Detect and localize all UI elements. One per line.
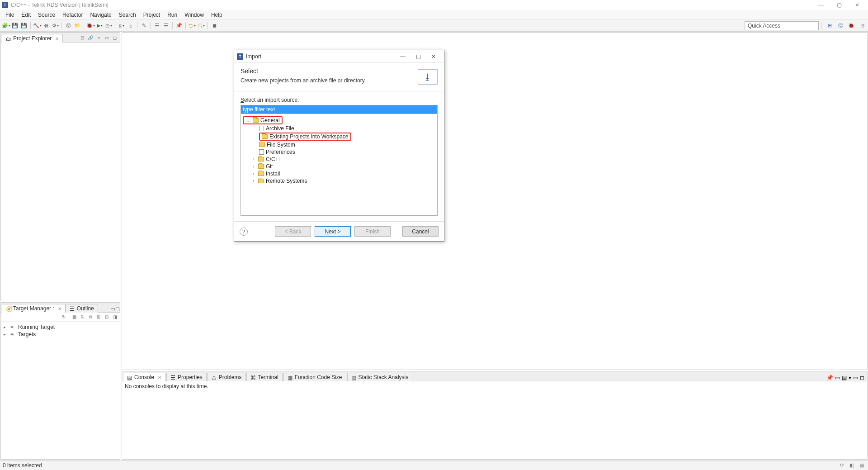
save-all-button[interactable]: 💾 xyxy=(20,22,28,30)
dialog-maximize-button[interactable]: ▢ xyxy=(410,51,426,62)
maximize-view-button[interactable]: ◻ xyxy=(115,306,120,312)
menu-project[interactable]: Project xyxy=(140,11,164,19)
tray-tip-icon[interactable]: ◧ xyxy=(848,462,855,469)
project-explorer-tab[interactable]: 🗂 Project Explorer ✕ xyxy=(2,34,63,43)
properties-tab[interactable]: ☰ Properties xyxy=(166,373,207,381)
menu-run[interactable]: Run xyxy=(164,11,181,19)
expand-icon[interactable]: › xyxy=(251,179,256,183)
expand-icon[interactable]: › xyxy=(251,157,256,161)
quick-access-input[interactable] xyxy=(745,21,819,30)
console-pin-button[interactable]: 📌 xyxy=(826,375,833,381)
tree-item-ccpp[interactable]: › C/C++ xyxy=(243,156,435,163)
tray-updates-icon[interactable]: ⟳ xyxy=(838,462,845,469)
finish-button[interactable]: Finish xyxy=(354,226,391,237)
next-button[interactable]: Next > xyxy=(315,226,351,237)
ext-tools-button[interactable]: ⎘ xyxy=(118,22,126,30)
back-history-button[interactable]: ⮌ xyxy=(188,22,196,30)
target-manager-body[interactable]: ▸ ✳ Running Target ▸ ✳ Targets xyxy=(1,322,120,459)
maximize-view-button[interactable]: ◻ xyxy=(860,375,864,381)
tree-item-install[interactable]: › Install xyxy=(243,170,435,177)
new-cpp-class-button[interactable]: ⓒ xyxy=(64,22,72,30)
back-button[interactable]: < Back xyxy=(275,226,311,237)
tree-item-general[interactable]: ⌄ General xyxy=(243,116,435,125)
resource-perspective-button[interactable]: ⊡ xyxy=(858,22,866,30)
open-type-button[interactable]: ⌕ xyxy=(127,22,135,30)
run-button[interactable]: ▶ xyxy=(95,22,104,30)
console-open-button[interactable]: ▤ xyxy=(842,375,847,381)
console-dropdown-button[interactable]: ▾ xyxy=(849,375,851,381)
menu-help[interactable]: Help xyxy=(208,11,226,19)
save-button[interactable]: 💾 xyxy=(11,22,19,30)
close-tab-icon[interactable]: ✕ xyxy=(58,306,61,311)
tree-item-running-target[interactable]: ▸ ✳ Running Target xyxy=(4,323,117,331)
tm-btn4[interactable]: ⧉ xyxy=(87,314,94,320)
maximize-view-button[interactable]: ◻ xyxy=(112,34,118,41)
next-annotation-button[interactable]: ☰ xyxy=(162,22,170,30)
forward-history-button[interactable]: ⮎ xyxy=(197,22,205,30)
dialog-titlebar[interactable]: T Import — ▢ ✕ xyxy=(234,50,444,63)
tree-item-preferences[interactable]: Preferences xyxy=(243,148,435,156)
new-folder-button[interactable]: 📁 xyxy=(73,22,81,30)
console-tab[interactable]: ▤ Console ✕ xyxy=(123,373,165,381)
minimize-view-button[interactable]: ▭ xyxy=(110,306,115,312)
collapse-all-button[interactable]: ⊟ xyxy=(79,34,85,41)
function-code-size-tab[interactable]: ▥ Function Code Size xyxy=(283,373,346,381)
profile-button[interactable]: ◷ xyxy=(104,22,113,30)
terminal-tab[interactable]: ⌘ Terminal xyxy=(246,373,282,381)
window-close-button[interactable]: ✕ xyxy=(848,0,866,10)
debug-button[interactable]: 🐞 xyxy=(86,22,94,30)
build-button[interactable]: 🔨 xyxy=(33,22,41,30)
cancel-button[interactable]: Cancel xyxy=(402,226,439,237)
build-config-button[interactable]: ⚙ xyxy=(51,22,59,30)
tm-btn3[interactable]: ⎘ xyxy=(79,314,85,320)
menu-file[interactable]: File xyxy=(2,11,18,19)
menu-edit[interactable]: Edit xyxy=(18,11,34,19)
static-stack-tab[interactable]: ▥ Static Stack Analysis xyxy=(347,373,413,381)
expand-icon[interactable]: ▸ xyxy=(4,332,8,337)
help-button[interactable]: ? xyxy=(240,228,248,236)
project-explorer-body[interactable] xyxy=(1,43,120,301)
menu-window[interactable]: Window xyxy=(181,11,208,19)
console-display-button[interactable]: ▭ xyxy=(835,375,840,381)
tm-btn2[interactable]: ▦ xyxy=(71,314,77,320)
menu-refactor[interactable]: Refactor xyxy=(59,11,86,19)
dialog-close-button[interactable]: ✕ xyxy=(426,51,441,62)
tm-btn5[interactable]: ⊞ xyxy=(95,314,102,320)
window-maximize-button[interactable]: ▢ xyxy=(830,0,848,10)
tm-refresh-button[interactable]: ↻ xyxy=(61,314,67,320)
tree-item-targets[interactable]: ▸ ✳ Targets xyxy=(4,331,117,338)
menu-search[interactable]: Search xyxy=(115,11,140,19)
close-tab-icon[interactable]: ✕ xyxy=(158,375,161,380)
pin-button[interactable]: 📌 xyxy=(175,22,183,30)
tree-item-git[interactable]: › Git xyxy=(243,163,435,170)
stop-button[interactable]: ◼ xyxy=(210,22,218,30)
collapse-icon[interactable]: ⌄ xyxy=(245,118,251,123)
expand-icon[interactable]: › xyxy=(251,164,256,169)
minimize-view-button[interactable]: ▭ xyxy=(853,375,858,381)
minimize-view-button[interactable]: ▭ xyxy=(104,34,110,41)
expand-icon[interactable]: ▸ xyxy=(4,325,8,329)
link-editor-button[interactable]: 🔗 xyxy=(87,34,94,41)
target-manager-tab[interactable]: 🧭 Target Manager : ✕ xyxy=(2,304,66,313)
prev-annotation-button[interactable]: ☰ xyxy=(153,22,161,30)
tree-item-remote-systems[interactable]: › Remote Systems xyxy=(243,177,435,185)
view-menu-button[interactable]: ▿ xyxy=(95,34,102,41)
new-button[interactable]: 🧩 xyxy=(2,22,10,30)
tm-btn7[interactable]: ◨ xyxy=(112,314,118,320)
build-all-button[interactable]: 🛠 xyxy=(42,22,50,30)
menu-source[interactable]: Source xyxy=(34,11,59,19)
filter-input[interactable] xyxy=(241,105,438,114)
window-minimize-button[interactable]: — xyxy=(812,0,830,10)
tm-btn6[interactable]: ⊟ xyxy=(104,314,110,320)
tray-overview-icon[interactable]: ▤ xyxy=(858,462,865,469)
tree-item-existing-projects[interactable]: Existing Projects into Workspace xyxy=(243,132,435,141)
debug-perspective-button[interactable]: 🐞 xyxy=(847,22,855,30)
tree-item-archive-file[interactable]: Archive File xyxy=(243,125,435,132)
tree-item-file-system[interactable]: File System xyxy=(243,141,435,148)
expand-icon[interactable]: › xyxy=(251,171,256,176)
close-tab-icon[interactable]: ✕ xyxy=(55,36,59,41)
import-source-tree[interactable]: ⌄ General Archive File Existing Projects… xyxy=(241,114,438,216)
problems-tab[interactable]: ⚠ Problems xyxy=(208,373,246,381)
cpp-perspective-button[interactable]: ⓒ xyxy=(836,22,844,30)
outline-tab[interactable]: ☰ Outline xyxy=(66,304,98,313)
